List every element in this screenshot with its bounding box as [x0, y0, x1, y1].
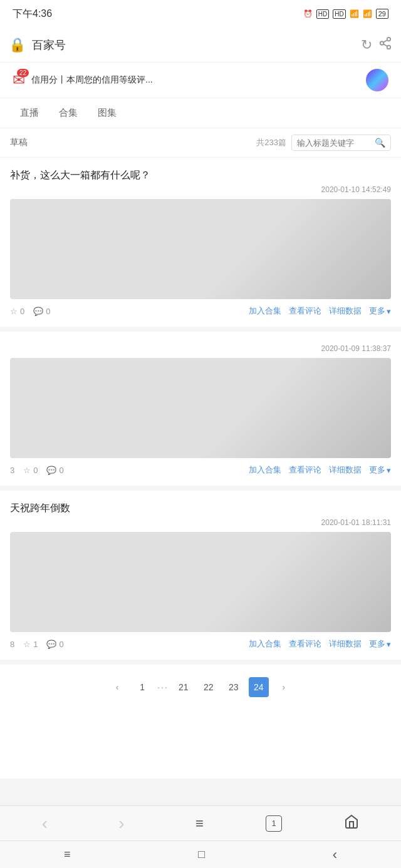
star-icon: ☆	[10, 307, 18, 316]
page-23-btn[interactable]: 23	[224, 677, 244, 697]
comment-icon: 💬	[46, 466, 56, 475]
more-label: 更多	[369, 305, 385, 317]
refresh-button[interactable]: ↻	[361, 37, 372, 53]
article-stats: 3 ☆ 0 💬 0 加入合集 查看评论 详细数据 更多 ▾	[10, 464, 391, 476]
search-input[interactable]	[297, 138, 372, 148]
view-comments-btn[interactable]: 查看评论	[289, 305, 321, 317]
details-btn[interactable]: 详细数据	[329, 638, 362, 650]
toolbar-row: 草稿 共233篇 🔍	[0, 128, 401, 158]
article-actions: 加入合集 查看评论 详细数据 更多 ▾	[249, 638, 391, 650]
add-collection-btn[interactable]: 加入合集	[249, 305, 281, 317]
article-thumbnail	[10, 358, 391, 458]
article-item: 2020-01-09 11:38:37 3 ☆ 0 💬 0 加入合集 查看评论 …	[0, 332, 401, 491]
more-btn[interactable]: 更多 ▾	[369, 305, 391, 317]
comment-count: 0	[59, 640, 63, 649]
page-24-btn[interactable]: 24	[249, 677, 269, 697]
svg-point-0	[387, 38, 391, 41]
extra-count: 3	[10, 466, 14, 475]
article-thumbnail	[10, 532, 391, 632]
comment-stat: 💬 0	[46, 466, 63, 475]
star-count: 1	[33, 640, 38, 649]
stats-left: ☆ 0 💬 0	[10, 307, 50, 316]
search-wrap[interactable]: 🔍	[291, 135, 391, 151]
tabs-row: 直播 合集 图集	[0, 98, 401, 128]
svg-point-1	[380, 41, 384, 45]
more-btn[interactable]: 更多 ▾	[369, 638, 391, 650]
svg-line-3	[383, 44, 387, 46]
tab-gallery[interactable]: 图集	[88, 98, 127, 128]
star-icon: ☆	[23, 466, 31, 475]
user-avatar[interactable]	[366, 69, 388, 91]
star-count: 0	[20, 307, 24, 316]
comment-stat: 💬 0	[46, 640, 63, 649]
system-back-btn[interactable]: ‹	[320, 843, 350, 867]
back-button[interactable]: ‹	[33, 809, 56, 839]
lock-icon: 🔒	[9, 37, 26, 53]
more-label: 更多	[369, 464, 385, 476]
star-icon: ☆	[23, 640, 31, 649]
chevron-down-icon: ▾	[387, 307, 391, 316]
home-button[interactable]	[335, 809, 368, 838]
menu-button[interactable]: ≡	[187, 810, 212, 837]
address-bar: 🔒 百家号 ↻	[0, 28, 401, 63]
chevron-down-icon: ▾	[387, 640, 391, 649]
comment-stat: 💬 0	[33, 307, 50, 316]
page-21-btn[interactable]: 21	[174, 677, 194, 697]
alarm-icon: ⏰	[303, 9, 313, 18]
prev-page-btn[interactable]: ‹	[107, 677, 127, 697]
page-dots: ···	[157, 682, 169, 692]
hd-badge2: HD	[333, 9, 345, 19]
comment-count: 0	[46, 307, 50, 316]
system-square-btn[interactable]: □	[185, 844, 217, 865]
notification-bar[interactable]: ✉ 22 信用分丨本周您的信用等级评...	[0, 63, 401, 98]
notification-text: 信用分丨本周您的信用等级评...	[31, 74, 153, 86]
tab-count-button[interactable]: 1	[266, 815, 282, 832]
comment-icon: 💬	[46, 640, 56, 649]
draft-label: 草稿	[10, 137, 28, 148]
wifi-icon: 📶	[363, 9, 372, 18]
more-btn[interactable]: 更多 ▾	[369, 464, 391, 476]
bottom-spacer	[0, 716, 401, 779]
tab-livestream[interactable]: 直播	[10, 98, 49, 128]
article-title: 天祝跨年倒数	[10, 501, 391, 516]
battery-indicator: 29	[376, 9, 388, 19]
toolbar-right: 共233篇 🔍	[256, 135, 391, 151]
comment-count: 0	[59, 466, 63, 475]
article-title: 补货，这么大一箱都有什么呢？	[10, 168, 391, 183]
add-collection-btn[interactable]: 加入合集	[249, 464, 281, 476]
page-22-btn[interactable]: 22	[199, 677, 219, 697]
article-item: 补货，这么大一箱都有什么呢？ 2020-01-10 14:52:49 ☆ 0 💬…	[0, 158, 401, 332]
status-bar: 下午4:36 ⏰ HD HD 📶 📶 29	[0, 0, 401, 28]
signal-icon: 📶	[350, 9, 359, 18]
view-comments-btn[interactable]: 查看评论	[289, 638, 321, 650]
star-stat: ☆ 0	[10, 307, 24, 316]
pagination: ‹ 1 ··· 21 22 23 24 ›	[0, 665, 401, 716]
status-time: 下午4:36	[13, 8, 52, 21]
add-collection-btn[interactable]: 加入合集	[249, 638, 281, 650]
details-btn[interactable]: 详细数据	[329, 305, 362, 317]
view-comments-btn[interactable]: 查看评论	[289, 464, 321, 476]
article-thumbnail	[10, 199, 391, 299]
system-menu-btn[interactable]: ≡	[51, 844, 83, 865]
notification-icon-wrap: ✉ 22	[13, 71, 25, 89]
more-label: 更多	[369, 638, 385, 650]
comment-icon: 💬	[33, 307, 43, 316]
article-actions: 加入合集 查看评论 详细数据 更多 ▾	[249, 305, 391, 317]
forward-button[interactable]: ›	[110, 809, 133, 839]
article-actions: 加入合集 查看评论 详细数据 更多 ▾	[249, 464, 391, 476]
status-icons: ⏰ HD HD 📶 📶 29	[303, 9, 388, 19]
details-btn[interactable]: 详细数据	[329, 464, 362, 476]
article-datetime: 2020-01-01 18:11:31	[10, 518, 391, 527]
main-content: 直播 合集 图集 草稿 共233篇 🔍 补货，这么大一箱都有什么呢？ 2020-…	[0, 98, 401, 779]
stats-left: 8 ☆ 1 💬 0	[10, 640, 64, 649]
tab-collection[interactable]: 合集	[49, 98, 88, 128]
next-page-btn[interactable]: ›	[274, 677, 294, 697]
stats-left: 3 ☆ 0 💬 0	[10, 466, 64, 475]
share-button[interactable]	[378, 36, 392, 53]
article-stats: ☆ 0 💬 0 加入合集 查看评论 详细数据 更多 ▾	[10, 305, 391, 317]
hd-badge: HD	[316, 9, 329, 19]
article-stats: 8 ☆ 1 💬 0 加入合集 查看评论 详细数据 更多 ▾	[10, 638, 391, 650]
article-datetime: 2020-01-10 14:52:49	[10, 185, 391, 194]
page-1-btn[interactable]: 1	[132, 677, 152, 697]
star-count: 0	[33, 466, 38, 475]
